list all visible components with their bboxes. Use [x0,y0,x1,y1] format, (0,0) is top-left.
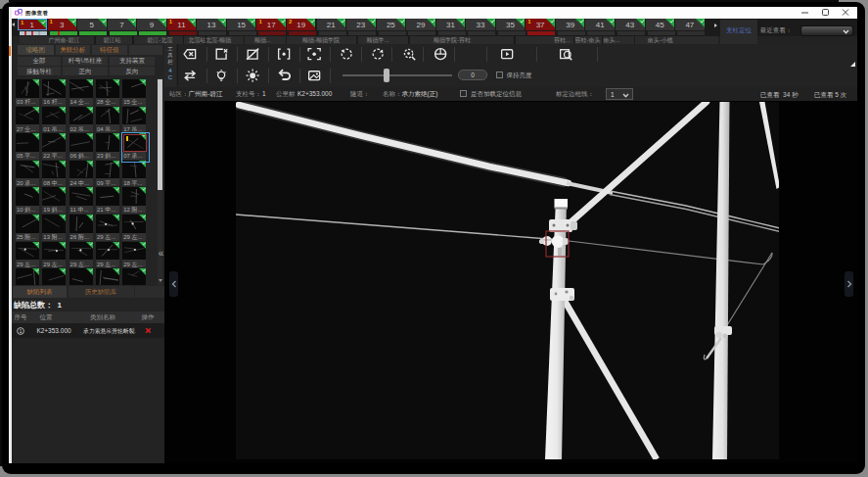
svg-text:1: 1 [20,328,23,334]
